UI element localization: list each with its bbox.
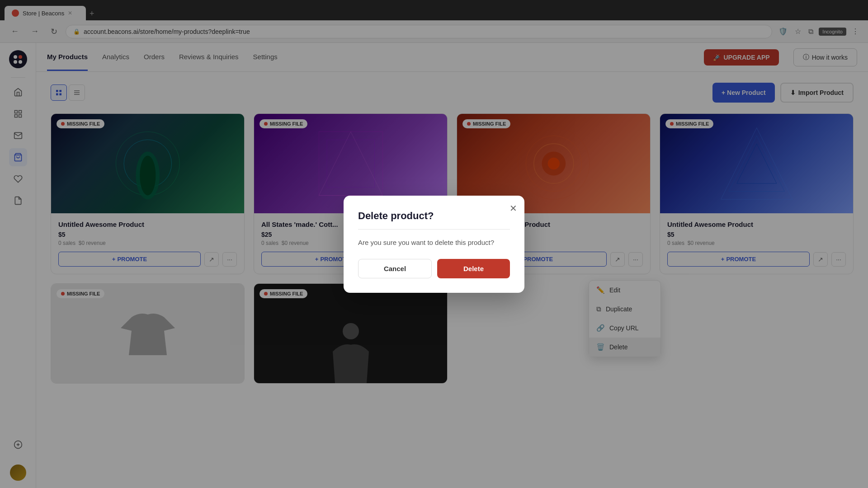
modal-buttons: Cancel Delete bbox=[358, 259, 510, 278]
delete-product-modal: Delete product? ✕ Are you sure you want … bbox=[344, 196, 524, 293]
modal-delete-button[interactable]: Delete bbox=[437, 259, 510, 278]
modal-overlay[interactable]: Delete product? ✕ Are you sure you want … bbox=[0, 0, 868, 488]
modal-cancel-button[interactable]: Cancel bbox=[358, 259, 432, 278]
modal-divider bbox=[358, 229, 510, 230]
modal-title: Delete product? bbox=[358, 210, 510, 222]
modal-close-button[interactable]: ✕ bbox=[509, 203, 517, 214]
modal-body-text: Are you sure you want to delete this pro… bbox=[358, 239, 510, 246]
